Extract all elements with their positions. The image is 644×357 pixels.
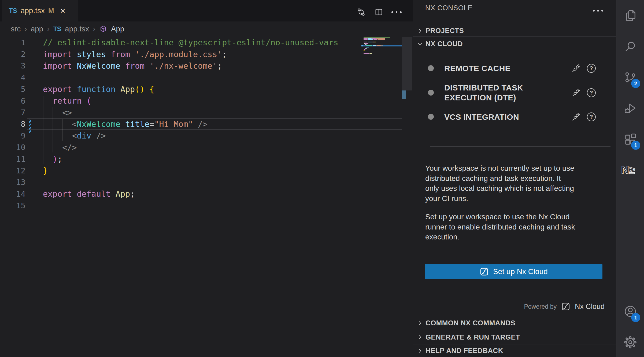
code-line[interactable]: 6 return (	[0, 95, 413, 107]
panel-more-actions-icon[interactable]	[593, 10, 603, 12]
chevron-right-icon: ›	[93, 25, 95, 33]
help-icon[interactable]: ?	[587, 88, 596, 97]
status-dot-icon	[428, 90, 434, 96]
line-number: 15	[0, 201, 25, 210]
code-area[interactable]: 1// eslint-disable-next-line @typescript…	[0, 37, 413, 212]
divider	[430, 146, 610, 147]
code-line[interactable]: 11 );	[0, 153, 413, 165]
code-line[interactable]: 15	[0, 200, 413, 211]
run-debug-icon	[624, 101, 637, 115]
code-line[interactable]: 12}	[0, 165, 413, 176]
cloud-item-vcs: VCS INTEGRATION ?	[413, 111, 616, 122]
activity-run-debug[interactable]	[616, 96, 644, 120]
activity-explorer[interactable]	[616, 3, 644, 28]
explorer-icon	[624, 9, 637, 22]
tab-bar: TS app.tsx M ×	[0, 0, 413, 21]
connect-icon[interactable]	[571, 63, 581, 73]
section-label: NX CLOUD	[425, 40, 463, 48]
nx-console-icon: N≥	[620, 163, 641, 177]
editor-scrollbar[interactable]	[402, 37, 412, 90]
chevron-right-icon: ›	[24, 25, 27, 33]
breadcrumb-item-symbol[interactable]: App	[111, 25, 124, 33]
more-actions-icon[interactable]	[391, 7, 402, 17]
code-line[interactable]: 10 </>	[0, 142, 413, 153]
cloud-item-remote-cache: REMOTE CACHE ?	[413, 63, 616, 74]
activity-settings[interactable]	[616, 330, 644, 354]
indent-guide	[62, 119, 63, 141]
cloud-setup-hint: Set up your workspace to use the Nx Clou…	[425, 212, 610, 242]
powered-by: Powered by Nx Cloud	[524, 302, 605, 311]
line-number: 8	[0, 119, 25, 129]
search-icon	[624, 40, 637, 53]
line-number: 12	[0, 166, 25, 175]
source-control-badge: 2	[631, 79, 640, 88]
account-badge: 1	[631, 313, 640, 322]
section-label: HELP AND FEEDBACK	[425, 347, 503, 355]
nx-cloud-icon	[479, 267, 489, 276]
setup-button-label: Set up Nx Cloud	[493, 267, 548, 276]
powered-by-label: Powered by	[524, 303, 556, 310]
section-label: PROJECTS	[425, 27, 464, 35]
section-generate-run-target[interactable]: GENERATE & RUN TARGET	[413, 330, 616, 344]
status-dot-icon	[428, 114, 434, 120]
chevron-down-icon	[416, 41, 423, 48]
chevron-right-icon	[416, 347, 423, 354]
breadcrumb-item-app[interactable]: app	[31, 25, 43, 33]
breadcrumb-item-src[interactable]: src	[11, 25, 21, 33]
connect-icon[interactable]	[571, 112, 581, 122]
activity-source-control[interactable]: 2	[616, 65, 644, 89]
line-number: 5	[0, 85, 25, 94]
breadcrumb-item-file[interactable]: app.tsx	[65, 25, 89, 33]
line-number: 2	[0, 50, 25, 59]
activity-search[interactable]	[616, 34, 644, 59]
line-number: 7	[0, 108, 25, 117]
settings-gear-icon	[623, 335, 637, 349]
line-number: 3	[0, 61, 25, 70]
nx-cloud-brand-label: Nx Cloud	[575, 303, 605, 311]
line-number: 9	[0, 131, 25, 140]
activity-nx-console[interactable]: N≥	[616, 158, 644, 182]
svg-text:N≥: N≥	[621, 164, 635, 176]
tab-app-tsx[interactable]: TS app.tsx M ×	[2, 0, 78, 21]
section-projects[interactable]: PROJECTS	[413, 25, 616, 37]
extensions-badge: 1	[631, 141, 640, 150]
section-nx-cloud[interactable]: NX CLOUD	[413, 37, 616, 51]
indent-guide	[43, 96, 43, 164]
setup-nx-cloud-button[interactable]: Set up Nx Cloud	[425, 264, 602, 279]
cloud-item-label: REMOTE CACHE	[444, 63, 541, 73]
code-line[interactable]: 9 <div />	[0, 130, 413, 141]
code-line[interactable]: 2import styles from './app.module.css';	[0, 48, 413, 60]
code-line[interactable]: 3import NxWelcome from './nx-welcome';	[0, 60, 413, 72]
activity-extensions[interactable]: 1	[616, 127, 644, 151]
minimap[interactable]	[361, 37, 402, 93]
breadcrumb: src › app › TS app.tsx › App	[0, 21, 413, 37]
code-line[interactable]: 5export function App() {	[0, 83, 413, 95]
cloud-description: Your workspace is not currently set up t…	[425, 163, 610, 203]
code-line[interactable]: 7 <>	[0, 107, 413, 118]
cloud-item-dte: DISTRIBUTED TASK EXECUTION (DTE) ?	[413, 83, 616, 103]
code-line[interactable]: 4	[0, 72, 413, 83]
editor-region: TS app.tsx M × src › app ›	[0, 0, 413, 357]
code-line[interactable]: 8 <NxWelcome title="Hi Mom" />	[0, 118, 413, 130]
code-line[interactable]: 14export default App;	[0, 188, 413, 200]
line-number: 1	[0, 38, 25, 47]
help-icon[interactable]: ?	[587, 64, 596, 73]
line-number: 13	[0, 178, 25, 187]
close-tab-icon[interactable]: ×	[60, 6, 65, 15]
line-number: 14	[0, 190, 25, 199]
tab-filename: app.tsx	[21, 6, 45, 15]
code-line[interactable]: 13	[0, 177, 413, 188]
code-line[interactable]: 1// eslint-disable-next-line @typescript…	[0, 37, 413, 48]
open-changes-icon[interactable]	[356, 7, 366, 17]
indent-guide	[53, 107, 53, 152]
help-icon[interactable]: ?	[587, 112, 596, 121]
line-number: 6	[0, 96, 25, 105]
symbol-cube-icon	[99, 25, 107, 33]
connect-icon[interactable]	[571, 88, 581, 97]
section-label: COMMON NX COMMANDS	[425, 319, 515, 327]
line-number: 4	[0, 73, 25, 82]
split-editor-icon[interactable]	[374, 7, 384, 17]
activity-account[interactable]: 1	[616, 299, 644, 323]
section-common-nx-commands[interactable]: COMMON NX COMMANDS	[413, 316, 616, 330]
section-help-and-feedback[interactable]: HELP AND FEEDBACK	[413, 344, 616, 357]
